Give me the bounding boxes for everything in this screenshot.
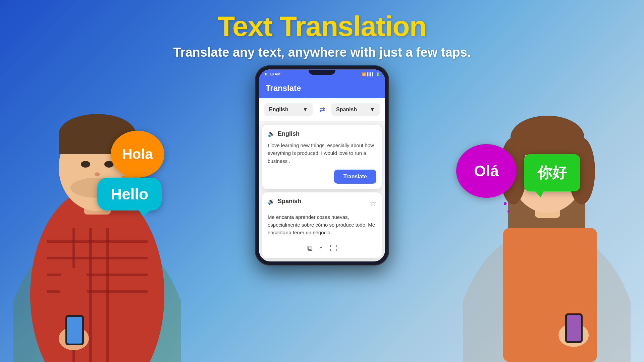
battery-icon: 🔋 bbox=[376, 72, 380, 76]
source-language-dropdown[interactable]: English ▼ bbox=[264, 103, 313, 116]
input-language-header: 🔉 English bbox=[268, 130, 376, 137]
source-dropdown-arrow: ▼ bbox=[303, 107, 308, 113]
swap-languages-button[interactable]: ⇄ bbox=[315, 103, 329, 116]
copy-icon[interactable]: ⧉ bbox=[307, 244, 313, 253]
bubble-nihao: 你好 bbox=[524, 154, 580, 191]
svg-rect-34 bbox=[567, 315, 581, 341]
input-language-name: English bbox=[278, 130, 300, 137]
target-language-label: Spanish bbox=[336, 107, 357, 113]
left-person-illustration bbox=[13, 60, 181, 362]
phone-screen: 10:18 AM 📶 ▌▌▌ 🔋 Translate English ▼ ⇄ bbox=[259, 69, 385, 261]
phone-frame: 10:18 AM 📶 ▌▌▌ 🔋 Translate English ▼ ⇄ bbox=[255, 65, 389, 265]
swap-icon: ⇄ bbox=[319, 106, 325, 114]
phone-mockup: 10:18 AM 📶 ▌▌▌ 🔋 Translate English ▼ ⇄ bbox=[255, 65, 389, 265]
svg-rect-21 bbox=[67, 317, 82, 344]
output-language-header: 🔉 Spanish bbox=[268, 198, 301, 205]
bubble-hello: Hello bbox=[97, 178, 162, 210]
input-speaker-icon[interactable]: 🔉 bbox=[268, 130, 275, 137]
status-icons: 📶 ▌▌▌ 🔋 bbox=[362, 72, 380, 76]
output-text: Me encanta aprender cosas nuevas, especi… bbox=[268, 213, 376, 237]
target-language-dropdown[interactable]: Spanish ▼ bbox=[331, 103, 380, 116]
source-language-label: English bbox=[269, 107, 288, 113]
page-subtitle: Translate any text, anywhere with just a… bbox=[0, 45, 644, 60]
target-dropdown-arrow: ▼ bbox=[370, 107, 375, 113]
wifi-icon: 📶 bbox=[362, 72, 366, 76]
input-text[interactable]: I love learning new things, especially a… bbox=[268, 141, 376, 165]
title-section: Text Translation Translate any text, any… bbox=[0, 10, 644, 60]
favorite-icon[interactable]: ☆ bbox=[370, 199, 376, 208]
signal-icon: ▌▌▌ bbox=[367, 72, 374, 76]
page-title: Text Translation bbox=[0, 10, 644, 43]
phone-notch bbox=[309, 70, 335, 75]
app-title: Translate bbox=[266, 83, 301, 93]
svg-point-16 bbox=[95, 172, 100, 176]
input-translation-card: 🔉 English I love learning new things, es… bbox=[262, 125, 382, 189]
output-language-name: Spanish bbox=[278, 198, 301, 205]
svg-point-14 bbox=[81, 161, 90, 168]
bubble-hola: Hola bbox=[111, 131, 164, 178]
output-actions: ⧉ ↑ ⛶ bbox=[268, 241, 376, 253]
expand-icon[interactable]: ⛶ bbox=[330, 244, 337, 253]
status-time: 10:18 AM bbox=[264, 72, 280, 76]
share-icon[interactable]: ↑ bbox=[319, 244, 323, 253]
translate-button[interactable]: Translate bbox=[334, 170, 376, 184]
app-header: Translate bbox=[259, 79, 385, 98]
language-selector-row[interactable]: English ▼ ⇄ Spanish ▼ bbox=[259, 98, 385, 121]
right-person-illustration bbox=[463, 60, 631, 362]
output-translation-card: 🔉 Spanish ☆ Me encanta aprender cosas nu… bbox=[262, 192, 382, 258]
output-speaker-icon[interactable]: 🔉 bbox=[268, 198, 275, 205]
bubble-ola: Olá bbox=[456, 144, 517, 198]
output-card-header: 🔉 Spanish ☆ bbox=[268, 198, 376, 209]
